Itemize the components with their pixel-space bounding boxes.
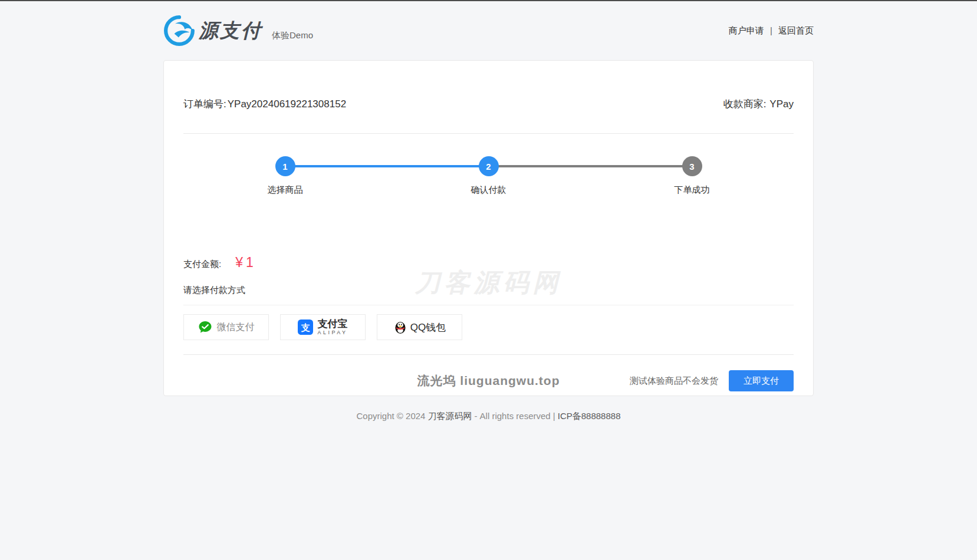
- merchant-info: 收款商家:YPay: [723, 97, 794, 111]
- svg-text:支: 支: [301, 322, 311, 332]
- wechat-pay-label: 微信支付: [217, 321, 255, 334]
- demo-subtitle: 体验Demo: [272, 30, 313, 41]
- methods-divider: [183, 305, 794, 305]
- order-number-label: 订单编号:: [183, 98, 226, 110]
- test-notice: 测试体验商品不会发货: [630, 375, 718, 387]
- merchant-label: 收款商家:: [723, 98, 767, 110]
- alipay-sublabel: ALIPAY: [317, 330, 347, 335]
- choose-method-label: 请选择付款方式: [183, 285, 794, 296]
- card-footer: 流光坞 liuguangwu.top 测试体验商品不会发货 立即支付: [183, 368, 794, 394]
- qq-wallet-label: QQ钱包: [410, 321, 446, 334]
- alipay-icon: 支: [298, 319, 313, 335]
- nav-separator: |: [770, 25, 772, 35]
- amount-number: 1: [246, 255, 254, 270]
- step-order-success: 3 下单成功: [590, 156, 794, 196]
- wechat-pay-icon: [198, 320, 212, 334]
- wechat-pay-button[interactable]: 微信支付: [183, 314, 269, 340]
- alipay-button[interactable]: 支 支付宝 ALIPAY: [280, 314, 366, 340]
- step-number: 3: [682, 156, 702, 176]
- step-label: 下单成功: [675, 185, 710, 196]
- payment-methods: 微信支付 支 支付宝 ALIPAY: [183, 314, 794, 340]
- order-number: 订单编号:YPay20240619221308152: [183, 97, 346, 111]
- amount-label: 支付金额:: [183, 259, 221, 270]
- rights-text: - All rights reserved |: [474, 411, 555, 421]
- qq-wallet-button[interactable]: QQ钱包: [377, 314, 462, 340]
- merchant-apply-link[interactable]: 商户申请: [729, 25, 764, 35]
- amount-value: ¥1: [235, 255, 254, 271]
- logo[interactable]: 源支付 体验Demo: [163, 15, 313, 47]
- copyright-bar: Copyright © 2024刀客源码网- All rights reserv…: [163, 411, 814, 422]
- amount-row: 支付金额: ¥1: [183, 255, 794, 271]
- step-number: 2: [479, 156, 499, 176]
- progress-steps: 1 选择商品 2 确认付款 3 下单成功: [183, 156, 794, 196]
- ypay-logo-icon: [163, 15, 195, 47]
- footer-divider: [183, 354, 794, 355]
- back-home-link[interactable]: 返回首页: [778, 25, 814, 35]
- step-label: 确认付款: [471, 185, 506, 196]
- brand-wordmark: 源支付: [199, 18, 262, 44]
- order-number-value: YPay20240619221308152: [228, 98, 346, 110]
- currency-symbol: ¥: [235, 255, 243, 270]
- alipay-label-group: 支付宝 ALIPAY: [317, 319, 347, 335]
- step-confirm-payment: 2 确认付款: [387, 156, 590, 196]
- pay-now-button[interactable]: 立即支付: [729, 370, 794, 391]
- step-label: 选择商品: [268, 185, 303, 196]
- icp-number: ICP备88888888: [558, 411, 621, 421]
- step-number: 1: [275, 156, 295, 176]
- order-info-row: 订单编号:YPay20240619221308152 收款商家:YPay: [183, 61, 794, 111]
- qq-wallet-icon: [393, 320, 407, 334]
- copyright-prefix: Copyright © 2024: [357, 411, 426, 421]
- alipay-label: 支付宝: [317, 319, 347, 329]
- merchant-name: YPay: [769, 98, 794, 110]
- step-select-product: 1 选择商品: [183, 156, 387, 196]
- order-divider: [183, 133, 794, 134]
- payment-card: 订单编号:YPay20240619221308152 收款商家:YPay 1 选…: [163, 60, 814, 396]
- footer-site-name: 刀客源码网: [427, 411, 472, 421]
- header-nav: 商户申请 | 返回首页: [729, 25, 814, 37]
- page-header: 源支付 体验Demo 商户申请 | 返回首页: [163, 1, 814, 60]
